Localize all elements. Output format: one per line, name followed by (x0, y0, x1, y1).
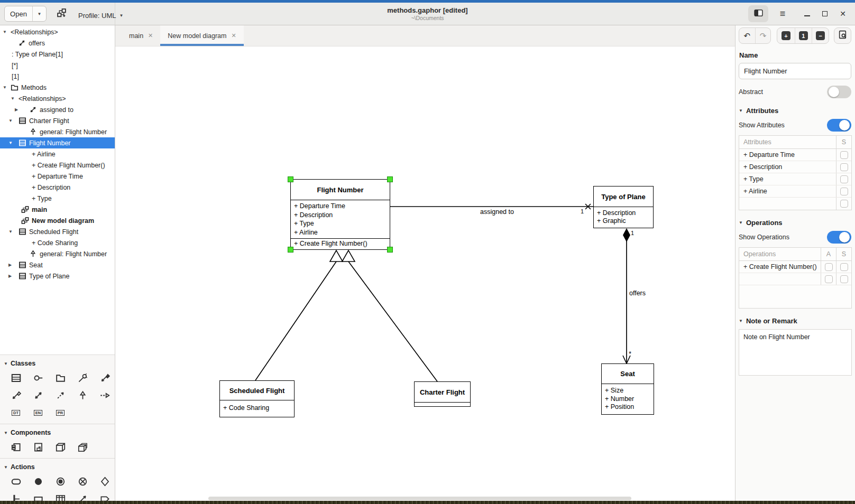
maximize-button[interactable] (816, 5, 834, 22)
tool-decision-node[interactable] (94, 473, 116, 490)
tree-item-seat[interactable]: ▶ Seat (0, 259, 115, 270)
menu-button[interactable]: ≡ (774, 5, 792, 22)
zoom-out-button[interactable]: − (812, 28, 829, 43)
tree-item-general-flight-number-2[interactable]: general: Flight Number (0, 248, 115, 259)
generalization-charter-flight-line[interactable] (348, 262, 437, 381)
canvas-horizontal-scrollbar[interactable] (208, 497, 631, 500)
tree-item-type-of-plane-end[interactable]: : Type of Plane[1] (0, 49, 115, 60)
tree-item-diagram-new-model[interactable]: New model diagram (0, 215, 115, 226)
association-label-offers[interactable]: offers (629, 290, 646, 297)
static-checkbox[interactable] (840, 275, 848, 283)
show-operations-toggle[interactable] (827, 231, 851, 244)
zoom-in-button[interactable]: + (777, 28, 794, 43)
class-seat[interactable]: Seat + Size + Number + Position (601, 363, 654, 415)
tool-initial-node[interactable] (27, 473, 49, 490)
tree-item-attr-type[interactable]: + Type (0, 193, 115, 204)
tree-item-diagram-main[interactable]: main (0, 204, 115, 215)
tool-primitive[interactable]: PR (49, 404, 71, 422)
attribute-row[interactable]: + Departure Time (739, 149, 851, 161)
tab-main[interactable]: main ✕ (122, 25, 160, 46)
static-checkbox[interactable] (840, 163, 848, 171)
static-checkbox[interactable] (840, 175, 848, 183)
association-label-assigned-to[interactable]: assigned to (464, 208, 530, 216)
export-preview-button[interactable] (834, 28, 851, 43)
tool-interface-realization[interactable] (94, 387, 116, 404)
tree-item-scheduled-flight[interactable]: ▼ Scheduled Flight (0, 226, 115, 237)
tool-bidirectional-association[interactable] (27, 387, 49, 404)
open-split-button[interactable]: Open ▼ (4, 6, 47, 22)
redo-button[interactable]: ↷ (755, 28, 771, 43)
tree-item-methods-package[interactable]: ▼ Methods (0, 82, 115, 93)
attribute-cell[interactable]: + Departure Time (739, 151, 836, 158)
operation-cell[interactable]: + Create Flight Number() (739, 263, 821, 270)
tool-generalization[interactable] (71, 387, 94, 404)
operation-row[interactable]: + Create Flight Number() (739, 261, 851, 273)
tool-action[interactable] (5, 473, 27, 490)
open-button[interactable]: Open (5, 6, 32, 21)
selection-handle[interactable] (387, 176, 393, 182)
expander-open-icon[interactable]: ▼ (8, 141, 16, 145)
class-flight-number[interactable]: Flight Number + Departure Time + Descrip… (290, 179, 390, 250)
abstract-toggle[interactable] (827, 86, 851, 98)
tool-class[interactable] (5, 369, 27, 387)
attribute-cell[interactable]: + Description (739, 163, 836, 171)
name-input[interactable] (739, 63, 851, 79)
operation-row-empty[interactable] (739, 273, 851, 285)
minimize-button[interactable] (798, 5, 816, 22)
selection-handle[interactable] (288, 176, 293, 182)
tool-interface[interactable] (27, 369, 49, 387)
tool-dependency[interactable] (49, 387, 71, 404)
tree-item-flight-number[interactable]: ▼ Flight Number (0, 137, 115, 148)
show-attributes-toggle[interactable] (827, 119, 851, 132)
expander-closed-icon[interactable]: ▶ (8, 263, 16, 267)
tab-new-model-diagram[interactable]: New model diagram ✕ (160, 25, 243, 46)
tool-flow-final-node[interactable] (71, 473, 94, 490)
tool-association[interactable] (71, 369, 94, 387)
tool-activity-final-node[interactable] (49, 473, 71, 490)
expander-open-icon[interactable]: ▼ (8, 229, 16, 234)
attribute-row[interactable]: + Airline (739, 185, 851, 198)
tree-item-attr-departure-time[interactable]: + Departure Time (0, 171, 115, 182)
multiplicity-label[interactable]: * (629, 350, 631, 358)
multiplicity-label[interactable]: 1 (631, 230, 634, 236)
tool-data-type[interactable]: DT (5, 404, 27, 422)
attribute-row[interactable]: + Description (739, 161, 851, 173)
sidebar-toggle-button[interactable] (748, 5, 768, 22)
attribute-row[interactable]: + Type (739, 173, 851, 185)
abstract-checkbox[interactable] (825, 263, 833, 271)
note-textarea[interactable]: Note on Flight Number (739, 329, 852, 376)
tree-item-relationships[interactable]: ▼ <Relationships> (0, 26, 115, 38)
expander-open-icon[interactable]: ▼ (3, 85, 11, 90)
tree-item-offers[interactable]: offers (0, 38, 115, 49)
profile-selector[interactable]: Profile: UML ▼ (78, 9, 123, 22)
close-icon[interactable]: ✕ (231, 32, 236, 39)
tool-node[interactable] (49, 438, 71, 456)
static-checkbox[interactable] (840, 200, 848, 208)
expander-closed-icon[interactable]: ▶ (8, 274, 16, 278)
class-scheduled-flight[interactable]: Scheduled Flight + Code Sharing (219, 380, 295, 417)
tree-item-attr-description[interactable]: + Description (0, 182, 115, 193)
expander-open-icon[interactable]: ▼ (8, 118, 16, 123)
tool-shared-association[interactable] (5, 387, 27, 404)
attributes-section-header[interactable]: ▼ Attributes (739, 107, 851, 115)
class-type-of-plane[interactable]: Type of Plane + Description + Graphic (593, 186, 654, 228)
selection-handle[interactable] (387, 247, 393, 253)
tool-component[interactable] (5, 438, 27, 456)
attribute-cell[interactable]: + Airline (739, 188, 836, 195)
tree-item-type-of-plane[interactable]: ▶ Type of Plane (0, 270, 115, 282)
diagram-canvas[interactable]: Flight Number + Departure Time + Descrip… (115, 46, 735, 501)
static-checkbox[interactable] (840, 263, 848, 271)
tool-composite-association[interactable] (94, 369, 116, 387)
zoom-reset-button[interactable]: 1 (795, 28, 812, 43)
attribute-row-empty[interactable] (739, 198, 851, 210)
note-section-header[interactable]: ▼ Note or Remark (739, 317, 851, 325)
tree-item-general-flight-number[interactable]: general: Flight Number (0, 126, 115, 137)
close-button[interactable]: ✕ (834, 5, 852, 22)
tree-item-relationships-nested[interactable]: ▼ <Relationships> (0, 93, 115, 104)
attribute-cell[interactable]: + Type (739, 175, 836, 183)
static-checkbox[interactable] (840, 151, 848, 159)
expander-closed-icon[interactable]: ▶ (15, 107, 23, 112)
tool-artifact[interactable] (27, 438, 49, 456)
expander-open-icon[interactable]: ▼ (3, 30, 11, 34)
new-diagram-button[interactable] (54, 6, 69, 21)
